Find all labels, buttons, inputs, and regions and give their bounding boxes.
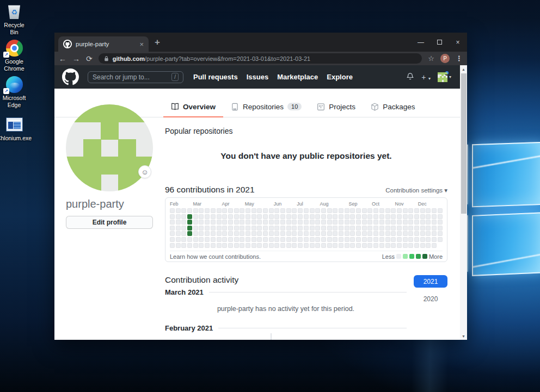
contribution-cell[interactable] [274,226,279,231]
nav-issues[interactable]: Issues [247,73,268,81]
contribution-cell[interactable] [176,231,181,236]
contribution-cell[interactable] [345,214,349,219]
contribution-cell[interactable] [345,226,349,231]
contribution-cell[interactable] [286,214,291,219]
contribution-cell[interactable] [205,220,210,225]
contribution-cell[interactable] [246,243,250,248]
contribution-cell[interactable] [205,226,210,231]
contribution-cell[interactable] [181,220,186,225]
contribution-cell[interactable] [327,214,332,219]
contribution-cell[interactable] [257,220,262,225]
contribution-cell[interactable] [420,243,425,248]
contribution-cell[interactable] [246,231,250,236]
contribution-cell[interactable] [240,237,244,242]
contribution-cell[interactable] [240,208,244,213]
browser-tab[interactable]: purple-party × [58,36,149,52]
contribution-cell[interactable] [228,237,233,242]
contribution-cell[interactable] [403,243,408,248]
contribution-cell[interactable] [304,220,309,225]
contribution-cell[interactable] [373,208,378,213]
contribution-cell[interactable] [432,208,437,213]
contribution-cell[interactable] [432,220,437,225]
contribution-cell[interactable] [257,208,262,213]
contribution-cell[interactable] [350,220,355,225]
contribution-cell[interactable] [339,237,343,242]
contribution-cell[interactable] [263,226,268,231]
contribution-cell[interactable] [199,208,204,213]
contribution-cell[interactable] [397,231,402,236]
contribution-cell[interactable] [193,214,198,219]
contribution-cell[interactable] [205,237,210,242]
contribution-cell[interactable] [321,231,326,236]
contribution-cell[interactable] [240,226,244,231]
contribution-cell[interactable] [333,237,338,242]
contribution-cell[interactable] [327,220,332,225]
contribution-cell[interactable] [280,243,285,248]
contribution-cell[interactable] [187,231,192,236]
contribution-cell[interactable] [181,243,186,248]
contribution-cell[interactable] [362,231,367,236]
contribution-cell[interactable] [222,243,227,248]
contribution-cell[interactable] [187,208,192,213]
contribution-cell[interactable] [263,237,268,242]
maximize-button[interactable] [430,33,449,52]
contribution-cell[interactable] [211,231,216,236]
contribution-cell[interactable] [292,231,297,236]
contribution-cell[interactable] [234,214,239,219]
contribution-cell[interactable] [373,220,378,225]
contribution-cell[interactable] [339,208,343,213]
contribution-cell[interactable] [217,226,222,231]
contribution-cell[interactable] [269,220,274,225]
contribution-cell[interactable] [397,214,402,219]
contribution-cell[interactable] [211,237,216,242]
contribution-cell[interactable] [391,226,396,231]
contribution-cell[interactable] [292,226,297,231]
contribution-cell[interactable] [321,220,326,225]
contribution-cell[interactable] [333,231,338,236]
contribution-cell[interactable] [170,226,175,231]
contribution-cell[interactable] [211,208,216,213]
contribution-cell[interactable] [280,226,285,231]
contribution-cell[interactable] [170,208,175,213]
contribution-cell[interactable] [304,208,309,213]
contribution-cell[interactable] [339,220,343,225]
contribution-cell[interactable] [228,208,233,213]
contribution-cell[interactable] [321,214,326,219]
contribution-cell[interactable] [251,231,256,236]
contribution-cell[interactable] [222,237,227,242]
contribution-cell[interactable] [333,220,338,225]
contribution-cell[interactable] [345,243,349,248]
tab-repositories[interactable]: Repositories 10 [223,97,309,117]
contribution-cell[interactable] [217,220,222,225]
contribution-cell[interactable] [397,243,402,248]
contribution-cell[interactable] [176,208,181,213]
contribution-cell[interactable] [257,214,262,219]
contribution-cell[interactable] [240,214,244,219]
contribution-cell[interactable] [193,243,198,248]
contribution-cell[interactable] [408,243,413,248]
contribution-cell[interactable] [333,214,338,219]
contribution-cell[interactable] [193,231,198,236]
contribution-cell[interactable] [367,231,372,236]
contribution-cell[interactable] [205,231,210,236]
browser-menu-icon[interactable]: ⋮ [456,54,463,63]
contribution-cell[interactable] [240,220,244,225]
contribution-cell[interactable] [339,231,343,236]
contribution-cell[interactable] [274,220,279,225]
profile-avatar[interactable] [66,104,153,191]
contribution-cell[interactable] [246,208,250,213]
contribution-cell[interactable] [310,231,315,236]
contribution-cell[interactable] [280,237,285,242]
contribution-cell[interactable] [257,231,262,236]
contribution-cell[interactable] [170,220,175,225]
contribution-cell[interactable] [234,226,239,231]
contribution-cell[interactable] [385,214,390,219]
contribution-cell[interactable] [321,243,326,248]
contribution-cell[interactable] [391,243,396,248]
contribution-cell[interactable] [222,226,227,231]
contribution-cell[interactable] [263,208,268,213]
contribution-cell[interactable] [420,220,425,225]
contribution-cell[interactable] [298,226,303,231]
year-2021-button[interactable]: 2021 [414,275,447,288]
contribution-cell[interactable] [379,231,384,236]
